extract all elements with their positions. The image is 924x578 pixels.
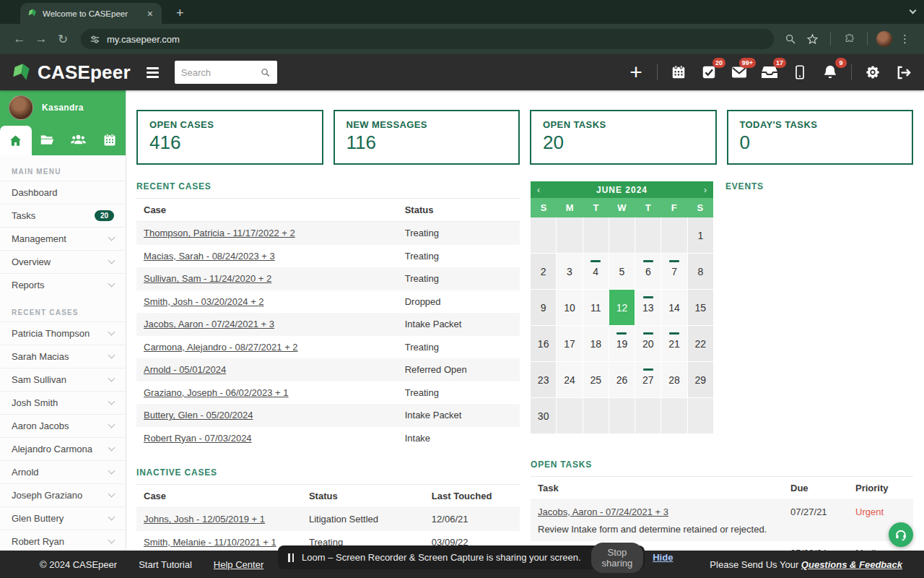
calendar-day[interactable]: 16 [531,326,556,361]
calendar-icon[interactable] [669,63,688,82]
sidebar-recent-case[interactable]: Sam Sullivan [0,368,126,391]
calendar-day[interactable]: 18 [583,326,609,361]
support-chat-button[interactable] [889,522,913,547]
quick-add-button[interactable]: + [627,63,645,82]
sidebar-item-dashboard[interactable]: Dashboard [0,181,126,204]
back-icon[interactable]: ← [9,32,30,46]
case-link[interactable]: Thompson, Patricia - 11/17/2022 + 2 [144,228,295,238]
sidebar-recent-case[interactable]: Glen Buttery [0,506,126,530]
sidebar-recent-case[interactable]: Joseph Graziano [0,483,126,506]
case-link[interactable]: Johns, Josh - 12/05/2019 + 1 [144,514,265,525]
browser-tab[interactable]: Welcome to CASEpeer × [20,3,162,24]
case-link[interactable]: Buttery, Glen - 05/20/2024 [144,410,253,420]
help-center-link[interactable]: Help Center [214,559,263,570]
find-icon[interactable] [781,30,800,48]
settings-gear-icon[interactable] [863,63,882,82]
site-settings-icon[interactable] [90,34,100,45]
case-link[interactable]: Sullivan, Sam - 11/24/2020 + 2 [144,273,271,284]
casepeer-logo[interactable]: CASEpeer [12,61,131,84]
browser-menu-icon[interactable]: ⋮ [895,33,915,46]
sign-out-icon[interactable] [894,63,912,82]
task-link[interactable]: Jacobs, Aaron - 07/24/2021 + 3 [538,506,668,517]
search-icon[interactable] [261,67,270,78]
calendar-day[interactable]: 1 [688,217,713,253]
calendar-day[interactable]: 26 [609,362,635,397]
sidebar-recent-case[interactable]: Arnold [0,460,126,483]
sidebar-recent-case[interactable]: Sarah Macias [0,345,126,368]
calendar-prev-icon[interactable]: ‹ [537,186,540,194]
calendar-next-icon[interactable]: › [704,186,707,194]
mobile-icon[interactable] [790,63,809,82]
calendar-day[interactable]: 21 [661,326,687,361]
calendar-day[interactable]: 23 [531,362,556,397]
calendar-day[interactable]: 30 [531,398,556,434]
hide-link[interactable]: Hide [653,552,673,563]
calendar-day[interactable]: 5 [609,254,635,289]
calendar-day[interactable]: 19 [609,326,635,361]
calendar-day[interactable]: 2 [531,254,556,289]
reload-icon[interactable]: ↻ [52,32,74,47]
sidebar-recent-case[interactable]: Robert Ryan [0,530,126,553]
search-input[interactable] [181,67,261,78]
sidebar-recent-case[interactable]: Aaron Jacobs [0,414,126,437]
tab-cases[interactable] [32,124,64,155]
case-link[interactable]: Macias, Sarah - 08/24/2023 + 3 [144,251,275,262]
calendar-day[interactable]: 10 [557,290,582,325]
calendar-day[interactable]: 11 [583,290,609,325]
start-tutorial-link[interactable]: Start Tutorial [139,559,192,570]
calendar-day[interactable]: 3 [557,254,582,289]
messages-icon[interactable]: 99+ [730,63,749,82]
hamburger-menu-icon[interactable] [147,67,159,78]
tab-home[interactable] [0,126,32,155]
forward-icon[interactable]: → [30,32,52,46]
global-search[interactable] [175,61,277,84]
calendar-day[interactable]: 8 [688,254,713,289]
calendar-day[interactable]: 20 [635,326,661,361]
case-link[interactable]: Graziano, Joseph - 06/02/2023 + 1 [144,387,289,398]
case-link[interactable]: Jacobs, Aaron - 07/24/2021 + 3 [144,319,274,329]
tab-close-icon[interactable]: × [144,8,156,20]
url-bar[interactable]: my.casepeer.com [81,29,774,49]
case-link[interactable]: Robert Ryan - 07/03/2024 [144,433,252,444]
calendar-day[interactable]: 28 [661,362,687,397]
calendar-day[interactable]: 15 [688,290,713,325]
case-link[interactable]: Carmona, Alejandro - 08/27/2021 + 2 [144,342,298,353]
calendar-day[interactable]: 17 [557,326,582,361]
user-avatar[interactable] [9,95,33,120]
tab-contacts[interactable] [63,124,95,155]
sidebar-item-reports[interactable]: Reports [0,273,126,296]
sidebar-item-management[interactable]: Management [0,227,126,250]
calendar-day[interactable]: 29 [688,362,713,397]
stop-sharing-button[interactable]: Stop sharing [591,543,644,573]
case-link[interactable]: Smith, Melanie - 11/10/2021 + 1 [144,537,276,548]
extensions-icon[interactable] [840,30,858,48]
calendar-day[interactable]: 9 [531,290,556,325]
calendar-day[interactable]: 12 [609,290,635,325]
calendar-day[interactable]: 25 [583,362,609,397]
bookmark-star-icon[interactable] [803,30,821,48]
notifications-icon[interactable]: 9 [821,63,840,82]
case-link[interactable]: Smith, Josh - 03/20/2024 + 2 [144,296,264,307]
calendar-day[interactable]: 6 [635,254,661,289]
case-link[interactable]: Arnold - 05/01/2024 [144,364,226,375]
sidebar-item-overview[interactable]: Overview [0,250,126,273]
questions-feedback-link[interactable]: Questions & Feedback [801,559,902,570]
calendar-day[interactable]: 14 [661,290,687,325]
sidebar-recent-case[interactable]: Alejandro Carmona [0,437,126,460]
sidebar-recent-case[interactable]: Josh Smith [0,391,126,414]
calendar-day[interactable]: 24 [557,362,582,397]
new-tab-button[interactable]: + [172,6,188,24]
browser-profile-avatar[interactable] [876,31,892,47]
tasks-icon[interactable]: 20 [699,63,718,82]
calendar-day[interactable]: 7 [661,254,687,289]
sidebar-item-tasks[interactable]: Tasks20 [0,204,126,227]
sidebar-recent-case[interactable]: Patricia Thompson [0,322,126,345]
inbox-icon[interactable]: 17 [760,63,779,82]
calendar-day[interactable]: 22 [688,326,713,361]
calendar-day[interactable]: 4 [583,254,609,289]
tab-search-chevron-icon[interactable] [910,7,917,14]
tab-calendar[interactable] [95,124,126,155]
calendar-day[interactable]: 27 [635,362,661,397]
casepeer-favicon-icon [27,9,37,18]
calendar-day[interactable]: 13 [635,290,661,325]
